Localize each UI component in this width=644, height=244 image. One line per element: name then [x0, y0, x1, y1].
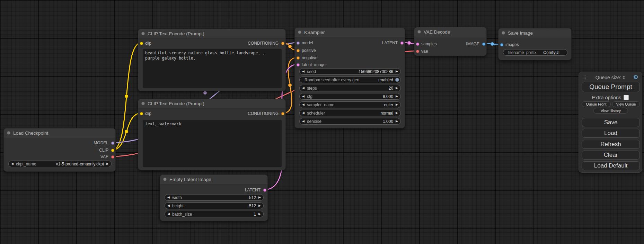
decrement-arrow-icon[interactable]: ◀: [165, 211, 172, 217]
decrement-arrow-icon[interactable]: ◀: [300, 69, 307, 74]
conditioning-output-port[interactable]: [281, 112, 284, 115]
collapse-dot[interactable]: [502, 31, 505, 35]
input-port-label: vae: [421, 48, 428, 54]
link-midpoint-dot[interactable]: [203, 91, 207, 94]
decrement-arrow-icon[interactable]: ◀: [300, 110, 307, 116]
decrement-arrow-icon[interactable]: ◀: [165, 203, 172, 209]
decrement-arrow-icon[interactable]: ◀: [9, 161, 16, 167]
collapse-dot[interactable]: [298, 30, 301, 34]
cfg-widget[interactable]: ◀cfg8.000▶: [299, 93, 401, 100]
widget-value: 1.000: [383, 119, 393, 124]
width-widget[interactable]: ◀width512▶: [165, 194, 264, 201]
latent-output-port[interactable]: [263, 189, 266, 192]
decrement-arrow-icon[interactable]: ◀: [300, 85, 307, 91]
output-port-label: CONDITIONING: [248, 111, 279, 116]
decrement-arrow-icon[interactable]: ◀: [300, 93, 307, 99]
batch-size-widget[interactable]: ◀batch_size1▶: [165, 211, 264, 217]
output-port-label: CLIP: [99, 147, 108, 153]
node-save-image[interactable]: Save Imageimagesfilename_prefixComfyUI: [498, 28, 572, 60]
link-midpoint-dot[interactable]: [125, 94, 128, 98]
increment-arrow-icon[interactable]: ▶: [104, 161, 111, 167]
link-midpoint-dot[interactable]: [288, 83, 292, 87]
increment-arrow-icon[interactable]: ▶: [256, 195, 263, 200]
load-default-button[interactable]: Load Default: [582, 161, 640, 170]
denoise-widget[interactable]: ◀denoise1.000▶: [299, 118, 401, 125]
clip-output-port[interactable]: [111, 149, 114, 152]
view-queue-button[interactable]: View Queue: [612, 101, 640, 107]
increment-arrow-icon[interactable]: ▶: [393, 118, 400, 124]
clip-input-port[interactable]: [140, 42, 143, 45]
latent-output-port[interactable]: [400, 42, 404, 45]
output-port-label: LATENT: [245, 187, 261, 193]
collapse-dot[interactable]: [7, 131, 10, 135]
toggle-indicator-icon[interactable]: [395, 78, 399, 82]
collapse-dot[interactable]: [141, 32, 145, 35]
settings-gear-icon[interactable]: ⚙: [633, 74, 638, 81]
comfyui-graph-canvas[interactable]: Load CheckpointMODELCLIPVAE◀ckpt_namev1-…: [0, 0, 644, 244]
model-input-port[interactable]: [297, 42, 300, 45]
widget-label: ckpt_name: [16, 162, 36, 166]
node-clip-text-encode-positive[interactable]: CLIP Text Encode (Prompt)clipCONDITIONIN…: [138, 29, 286, 91]
queue-front-button[interactable]: Queue Front: [582, 101, 611, 107]
scheduler-widget[interactable]: ◀schedulernormal▶: [299, 110, 401, 116]
link-midpoint-dot[interactable]: [125, 130, 128, 133]
widget-label: sampler_name: [307, 102, 334, 107]
vae-output-port[interactable]: [111, 155, 114, 159]
latent_image-input-port[interactable]: [297, 63, 300, 66]
increment-arrow-icon[interactable]: ▶: [256, 211, 263, 217]
collapse-dot[interactable]: [163, 178, 167, 181]
node-load-checkpoint[interactable]: Load CheckpointMODELCLIPVAE◀ckpt_namev1-…: [3, 128, 116, 172]
sampler-name-widget[interactable]: ◀sampler_nameeuler▶: [299, 101, 401, 108]
prompt-textarea[interactable]: beautiful scenery nature glass bottle la…: [143, 49, 282, 88]
decrement-arrow-icon[interactable]: ◀: [165, 195, 172, 200]
decrement-arrow-icon[interactable]: ◀: [300, 118, 307, 124]
vae-input-port[interactable]: [416, 50, 419, 53]
extra-options-checkbox[interactable]: [624, 95, 629, 100]
node-vae-decode[interactable]: VAE DecodesamplesvaeIMAGE: [414, 27, 487, 56]
link-midpoint-dot[interactable]: [407, 41, 411, 45]
increment-arrow-icon[interactable]: ▶: [393, 85, 400, 91]
increment-arrow-icon[interactable]: ▶: [393, 69, 400, 74]
increment-arrow-icon[interactable]: ▶: [393, 93, 400, 99]
widget-label: width: [172, 195, 182, 200]
queue-prompt-button[interactable]: Queue Prompt: [582, 82, 640, 92]
view-history-button[interactable]: View History: [593, 108, 628, 114]
negative-input-port[interactable]: [297, 56, 300, 60]
save-button[interactable]: Save: [582, 118, 640, 127]
node-title: CLIP Text Encode (Prompt): [148, 29, 204, 38]
link-midpoint-dot[interactable]: [491, 42, 494, 46]
collapse-dot[interactable]: [141, 102, 145, 105]
positive-input-port[interactable]: [297, 49, 300, 52]
node-title: Save Image: [508, 28, 533, 38]
load-button[interactable]: Load: [582, 129, 640, 138]
conditioning-output-port[interactable]: [281, 42, 284, 45]
node-clip-text-encode-negative[interactable]: CLIP Text Encode (Prompt)clipCONDITIONIN…: [138, 99, 286, 170]
clear-button[interactable]: Clear: [582, 151, 640, 160]
decrement-arrow-icon[interactable]: ◀: [300, 102, 307, 108]
widget-value: 512: [249, 204, 256, 208]
model-output-port[interactable]: [111, 142, 114, 145]
image-output-port[interactable]: [482, 43, 485, 46]
increment-arrow-icon[interactable]: ▶: [393, 102, 400, 108]
increment-arrow-icon[interactable]: ▶: [393, 110, 400, 116]
prompt-textarea[interactable]: text, watermark: [143, 120, 282, 167]
filename-prefix-widget[interactable]: filename_prefixComfyUI: [503, 49, 567, 56]
widget-value: v1-5-pruned-emaonly.ckpt: [56, 162, 104, 166]
ckpt-name-widget[interactable]: ◀ckpt_namev1-5-pruned-emaonly.ckpt▶: [8, 161, 112, 167]
increment-arrow-icon[interactable]: ▶: [256, 203, 263, 209]
link-midpoint-dot[interactable]: [288, 45, 292, 48]
refresh-button[interactable]: Refresh: [582, 140, 640, 149]
height-widget[interactable]: ◀height512▶: [165, 202, 264, 209]
input-port-label: model: [302, 40, 313, 46]
collapse-dot[interactable]: [417, 30, 421, 34]
samples-input-port[interactable]: [416, 43, 419, 46]
images-input-port[interactable]: [500, 43, 503, 46]
clip-input-port[interactable]: [140, 112, 143, 115]
widget-label: batch_size: [172, 212, 192, 217]
random-seed-after-every-gen-widget[interactable]: Random seed after every genenabled: [299, 76, 401, 83]
extra-options-row: Extra options: [579, 95, 642, 100]
steps-widget[interactable]: ◀steps20▶: [299, 85, 401, 91]
seed-widget[interactable]: ◀seed156680208700286▶: [299, 68, 401, 75]
node-ksampler[interactable]: KSamplermodelpositivenegativelatent_imag…: [294, 27, 405, 128]
node-empty-latent-image[interactable]: Empty Latent ImageLATENT◀width512▶◀heigh…: [160, 174, 268, 221]
